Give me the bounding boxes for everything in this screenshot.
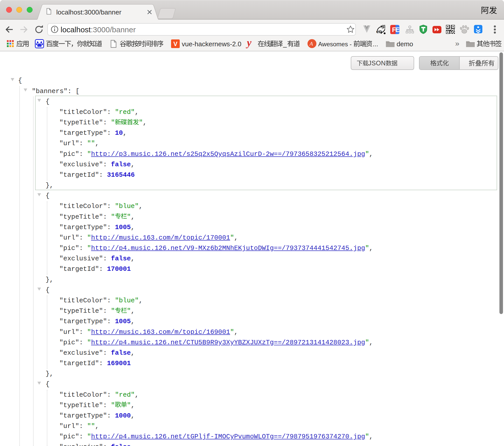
svg-text:A: A — [309, 40, 313, 47]
svg-text:E: E — [395, 26, 399, 33]
svg-text:V: V — [173, 40, 177, 47]
